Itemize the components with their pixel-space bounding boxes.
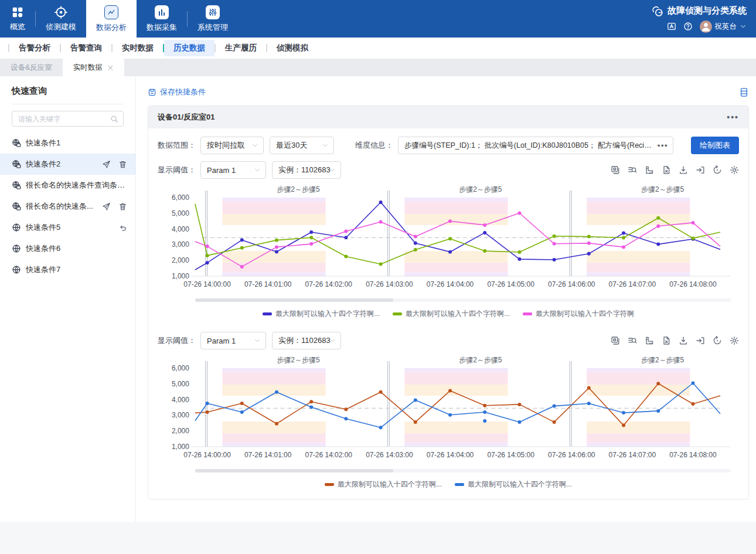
draw-chart-button[interactable]: 绘制图表	[691, 137, 739, 154]
trash-icon[interactable]	[118, 160, 127, 169]
time-range-select[interactable]: 最近30天	[270, 137, 334, 154]
list-item-quick-6[interactable]: 快速条件6	[0, 238, 135, 259]
list-item-quick-3[interactable]: 很长命名的快速条件查询条条...	[0, 175, 135, 196]
translate-icon[interactable]	[667, 22, 676, 31]
subnav-label[interactable]: 实时数据	[113, 40, 163, 56]
settings-icon[interactable]	[730, 336, 739, 345]
download-icon[interactable]	[679, 336, 688, 345]
rows-icon[interactable]	[739, 87, 749, 97]
pull-mode-value: 按时间拉取	[207, 140, 245, 151]
subnav-label[interactable]: 告警分析	[9, 40, 60, 56]
legend-swatch	[455, 483, 464, 486]
nav-item-label: 数据分析	[96, 22, 127, 33]
history-icon[interactable]	[713, 336, 722, 345]
line-chart-icon	[104, 5, 118, 19]
user-row: 祝英台	[667, 21, 747, 33]
svg-text:步骤2～步骤5: 步骤2～步骤5	[459, 356, 502, 364]
chevron-down-icon	[254, 337, 261, 344]
subnav-label[interactable]: 生产履历	[216, 40, 266, 56]
legend-item[interactable]: 最大限制可以输入十四个字符啊...	[325, 480, 442, 490]
subnav-label[interactable]: 侦测模拟	[267, 40, 318, 56]
svg-text:6,000: 6,000	[172, 193, 189, 202]
search-input[interactable]	[12, 111, 123, 126]
svg-text:5,000: 5,000	[172, 209, 189, 217]
file-remove-icon[interactable]	[662, 165, 671, 175]
instance-select-1[interactable]: 实例：1102683	[272, 161, 341, 179]
dimension-info-box[interactable]: 步骤编号(STEP_ID):1； 批次编号(Lot_ID):K80J8010B0…	[398, 137, 673, 154]
threshold-row-2: 显示阈值： Param 1 实例：1102683	[158, 332, 739, 349]
tab-realtime-data[interactable]: 实时数据	[63, 59, 124, 76]
search-list-icon[interactable]	[628, 336, 637, 345]
save-shortcut-button[interactable]: 保存快捷条件	[148, 87, 206, 97]
subnav-item-production-history[interactable]: 生产履历	[214, 40, 266, 56]
file-remove-icon[interactable]	[662, 336, 671, 345]
tab-device-chamber[interactable]: 设备&反应室	[0, 59, 63, 76]
close-icon[interactable]	[107, 64, 114, 71]
send-icon[interactable]	[102, 202, 111, 211]
dimension-more-button[interactable]: •••	[658, 141, 668, 150]
search-icon[interactable]	[110, 115, 118, 123]
legend-label: 最大限制可以输入十四个字符啊...	[468, 480, 572, 490]
svg-text:5,000: 5,000	[172, 380, 189, 388]
send-icon[interactable]	[102, 160, 111, 169]
svg-text:07-26 14:06:00: 07-26 14:06:00	[548, 280, 595, 288]
layers-view-icon[interactable]	[611, 165, 620, 175]
history-icon[interactable]	[713, 165, 722, 175]
list-item-quick-7[interactable]: 快速条件7	[0, 259, 135, 280]
svg-text:07-26 14:01:00: 07-26 14:01:00	[244, 451, 292, 459]
help-icon[interactable]	[683, 22, 693, 31]
nav-item-modeling[interactable]: 侦测建模	[36, 0, 86, 38]
subnav-item-alarm-query[interactable]: 告警查询	[60, 40, 111, 56]
trend-chart-1[interactable]: 步骤2～步骤5步骤2～步骤5步骤2～步骤56,0005,0004,0003,00…	[158, 182, 739, 297]
trend-chart-2[interactable]: 步骤2～步骤5步骤2～步骤5步骤2～步骤56,0005,0004,0003,00…	[158, 353, 739, 468]
nav-item-overview[interactable]: 概览	[0, 0, 35, 38]
search-box	[12, 111, 124, 127]
chart-1-scrollbar-thumb[interactable]	[195, 298, 393, 302]
settings-icon[interactable]	[730, 165, 739, 175]
undo-icon[interactable]	[118, 223, 127, 232]
sidebar: 快速查询 快速条件1 快速条件2 很长命名的快速条件查询条条...	[0, 76, 136, 522]
legend-item[interactable]: 最大限制可以输入十四个字符啊...	[455, 480, 572, 490]
ruler-icon[interactable]	[645, 165, 654, 175]
subnav-item-detection-simulation[interactable]: 侦测模拟	[266, 40, 318, 56]
instance-select-2[interactable]: 实例：1102683	[272, 332, 341, 349]
subnav-item-realtime-data[interactable]: 实时数据	[111, 40, 163, 56]
legend-item[interactable]: 最大限制可以输入十四个字符啊	[523, 309, 634, 319]
more-button[interactable]: •••	[727, 113, 739, 122]
nav-item-label: 侦测建模	[46, 22, 76, 32]
layers-view-icon[interactable]	[611, 336, 620, 345]
svg-text:07-26 14:03:00: 07-26 14:03:00	[366, 451, 413, 459]
list-item-quick-4[interactable]: 很长命名的快速条...	[0, 196, 135, 217]
list-item-quick-1[interactable]: 快速条件1	[0, 132, 135, 154]
subnav-item-history-data[interactable]: 历史数据	[163, 40, 214, 56]
subnav-label[interactable]: 历史数据	[164, 40, 214, 56]
user-menu[interactable]: 祝英台	[700, 21, 747, 33]
globe-lock-icon	[12, 138, 21, 148]
svg-text:4,000: 4,000	[172, 225, 189, 233]
nav-item-data-analysis[interactable]: 数据分析	[86, 0, 137, 38]
download-icon[interactable]	[679, 165, 688, 175]
pull-mode-select[interactable]: 按时间拉取	[200, 137, 264, 154]
search-list-icon[interactable]	[628, 165, 637, 175]
subnav-label[interactable]: 告警查询	[61, 40, 111, 56]
subnav-item-alarm-analysis[interactable]: 告警分析	[8, 40, 60, 56]
legend-item[interactable]: 最大限制可以输入十四个字符啊...	[263, 309, 380, 319]
list-item-quick-2[interactable]: 快速条件2	[0, 154, 135, 175]
globe-icon	[12, 223, 21, 232]
param-select-1[interactable]: Param 1	[200, 161, 266, 179]
svg-text:07-26 14:08:00: 07-26 14:08:00	[669, 280, 717, 288]
param-select-2[interactable]: Param 1	[200, 332, 266, 349]
export-icon[interactable]	[696, 336, 705, 345]
svg-text:07-26 14:06:00: 07-26 14:06:00	[548, 451, 595, 459]
chart-2-scrollbar-thumb[interactable]	[195, 469, 393, 473]
nav-item-system-management[interactable]: 系统管理	[188, 0, 238, 38]
quick-condition-list: 快速条件1 快速条件2 很长命名的快速条件查询条条... 很长命名的快速条...	[0, 132, 135, 280]
threshold-row-1: 显示阈值： Param 1 实例：1102683	[158, 161, 739, 179]
trash-icon[interactable]	[118, 202, 127, 211]
list-item-quick-5[interactable]: 快速条件5	[0, 217, 135, 238]
export-icon[interactable]	[696, 165, 705, 175]
filter-row: 数据范围： 按时间拉取 最近30天 维度信息： 步骤编号(STEP_ID):1；…	[158, 137, 739, 154]
nav-item-data-collection[interactable]: 数据采集	[137, 0, 187, 38]
legend-item[interactable]: 最大限制可以输入十四个字符啊...	[393, 309, 510, 319]
ruler-icon[interactable]	[645, 336, 654, 345]
